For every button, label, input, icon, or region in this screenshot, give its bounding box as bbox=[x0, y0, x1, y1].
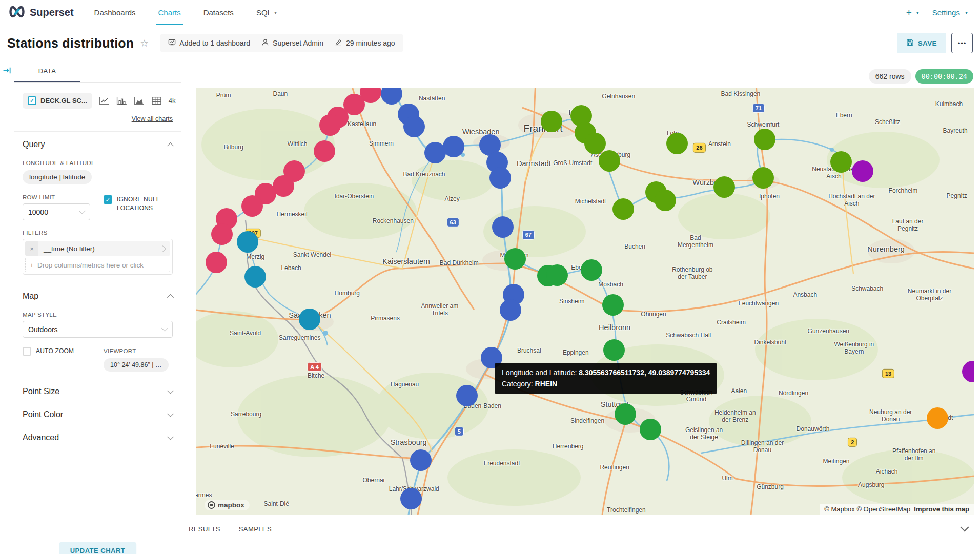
table-icon[interactable] bbox=[151, 96, 162, 105]
improve-map-link[interactable]: Improve this map bbox=[914, 505, 969, 513]
map-point-green[interactable] bbox=[504, 248, 526, 270]
map-city-label: Dinkelsbühl bbox=[754, 339, 786, 346]
filter-drop-zone[interactable]: + Drop columns/metrics here or click bbox=[25, 258, 170, 272]
map-point-green[interactable] bbox=[546, 264, 568, 286]
map-city-label: Merzig bbox=[246, 254, 264, 261]
view-all-charts-link[interactable]: View all charts bbox=[132, 115, 173, 122]
tab-samples[interactable]: SAMPLES bbox=[239, 525, 272, 533]
big-number-icon[interactable]: 4k bbox=[169, 97, 176, 105]
nav-item-sql[interactable]: SQL▾ bbox=[245, 0, 288, 25]
chevron-down-icon bbox=[167, 411, 174, 417]
map-point-pink[interactable] bbox=[206, 252, 227, 273]
tab-results[interactable]: RESULTS bbox=[189, 525, 220, 533]
map-point-royal-blue[interactable] bbox=[456, 385, 478, 406]
viz-type-chip[interactable]: ✓ DECK.GL SC... bbox=[23, 93, 92, 109]
save-button[interactable]: SAVE bbox=[897, 33, 946, 53]
map-point-pink[interactable] bbox=[211, 223, 233, 245]
last-modified-badge[interactable]: 29 minutes ago bbox=[335, 38, 395, 48]
map-city-label: Scheßlitz bbox=[875, 119, 900, 126]
map-city-label: Nastätten bbox=[419, 95, 445, 102]
data-panel: DATA ✓ DECK.GL SC... 4k View all charts … bbox=[14, 61, 181, 554]
superset-logo[interactable]: Superset bbox=[0, 0, 83, 25]
filter-item-time[interactable]: × __time (No filter) bbox=[25, 241, 170, 256]
map-style-label: MAP STYLE bbox=[23, 312, 173, 318]
update-chart-button[interactable]: UPDATE CHART bbox=[59, 542, 137, 554]
viewport-chip[interactable]: 10° 24' 49.86" | … bbox=[104, 358, 169, 372]
lonlat-label: LONGITUDE & LATITUDE bbox=[23, 160, 173, 166]
map-point-green[interactable] bbox=[602, 294, 624, 316]
map-point-olive-green[interactable] bbox=[830, 151, 852, 173]
map-point-green[interactable] bbox=[640, 419, 661, 440]
map-point-orange[interactable] bbox=[927, 407, 948, 429]
map-point-royal-blue[interactable] bbox=[403, 116, 425, 137]
nav-item-dashboards[interactable]: Dashboards bbox=[83, 0, 147, 25]
map-point-olive-green[interactable] bbox=[666, 133, 688, 154]
map-point-royal-blue[interactable] bbox=[500, 299, 521, 321]
map-point-olive-green[interactable] bbox=[599, 150, 620, 172]
map-city-label: Sindelfingen bbox=[570, 418, 604, 425]
map-city-label: Groß-Umstadt bbox=[553, 160, 592, 167]
road-shield: 5 bbox=[455, 427, 464, 436]
section-query[interactable]: Query bbox=[23, 140, 173, 149]
map-city-label: Pegnitz bbox=[947, 193, 967, 200]
map-city-label: Bitburg bbox=[224, 144, 243, 151]
map-point-olive-green[interactable] bbox=[584, 133, 606, 154]
section-point-color[interactable]: Point Color bbox=[23, 403, 173, 426]
section-advanced[interactable]: Advanced bbox=[23, 426, 173, 449]
map-point-olive-green[interactable] bbox=[541, 111, 562, 132]
new-item-button[interactable]: +▾ bbox=[906, 7, 919, 18]
lonlat-chip[interactable]: longitude | latitude bbox=[23, 170, 92, 184]
remove-filter-icon[interactable]: × bbox=[25, 241, 38, 256]
tab-data[interactable]: DATA bbox=[14, 61, 80, 82]
auto-zoom-checkbox[interactable] bbox=[23, 347, 31, 356]
nav-item-charts[interactable]: Charts bbox=[147, 0, 192, 25]
map-point-green[interactable] bbox=[603, 339, 625, 361]
area-chart-icon[interactable] bbox=[134, 96, 145, 105]
nav-item-datasets[interactable]: Datasets bbox=[192, 0, 245, 25]
map-city-label: Homburg bbox=[335, 290, 360, 297]
map-point-olive-green[interactable] bbox=[612, 198, 634, 220]
dashboards-badge[interactable]: Added to 1 dashboard bbox=[168, 38, 250, 48]
map-point-pink[interactable] bbox=[314, 140, 335, 162]
more-actions-button[interactable]: ••• bbox=[951, 33, 973, 53]
map-point-olive-green[interactable] bbox=[655, 190, 676, 211]
row-limit-select[interactable]: 10000 bbox=[23, 203, 90, 220]
viz-type-label: DECK.GL SC... bbox=[40, 97, 87, 105]
map-point-teal-blue[interactable] bbox=[299, 309, 320, 330]
map-city-label: Dillingen an der Donau bbox=[739, 440, 786, 454]
map-point-olive-green[interactable] bbox=[754, 129, 775, 150]
page-title: Stations distribution bbox=[7, 36, 134, 51]
expand-panel-icon[interactable] bbox=[3, 66, 12, 75]
map-style-select[interactable]: Outdoors bbox=[23, 321, 173, 338]
map-point-teal-blue[interactable] bbox=[237, 231, 258, 253]
collapse-results-icon[interactable] bbox=[962, 523, 968, 532]
owner-badge[interactable]: Superset Admin bbox=[261, 38, 323, 48]
map-point-pink[interactable] bbox=[241, 195, 263, 217]
map-point-pink[interactable] bbox=[319, 114, 341, 136]
map-point-green[interactable] bbox=[615, 403, 636, 425]
road-shield: 13 bbox=[882, 368, 894, 378]
map-point-royal-blue[interactable] bbox=[400, 488, 422, 509]
section-map[interactable]: Map bbox=[23, 292, 173, 301]
settings-menu[interactable]: Settings▾ bbox=[932, 8, 968, 17]
map-point-green[interactable] bbox=[581, 259, 602, 281]
deckgl-map[interactable]: PrümDaunNastättenGelnhausenBad Kissingen… bbox=[196, 88, 974, 515]
map-point-olive-green[interactable] bbox=[752, 167, 774, 189]
map-city-label: Rockenhausen bbox=[373, 218, 414, 225]
map-point-teal-blue[interactable] bbox=[244, 266, 266, 288]
mapbox-icon bbox=[208, 501, 215, 509]
map-point-royal-blue[interactable] bbox=[489, 167, 511, 189]
map-point-olive-green[interactable] bbox=[713, 176, 735, 198]
map-city-label: Hermeskeil bbox=[277, 211, 308, 218]
map-point-royal-blue[interactable] bbox=[492, 216, 514, 238]
bar-chart-icon[interactable] bbox=[116, 96, 127, 105]
mapbox-logo[interactable]: mapbox bbox=[205, 500, 250, 510]
map-point-royal-blue[interactable] bbox=[443, 136, 464, 157]
favorite-star-icon[interactable]: ☆ bbox=[140, 37, 149, 49]
section-point-size[interactable]: Point Size bbox=[23, 380, 173, 403]
ignore-null-checkbox[interactable]: ✓ bbox=[104, 195, 112, 204]
map-point-royal-blue[interactable] bbox=[410, 449, 432, 471]
map-city-label: Forchheim bbox=[889, 188, 918, 195]
map-point-purple[interactable] bbox=[852, 160, 873, 182]
line-chart-icon[interactable] bbox=[99, 96, 110, 105]
